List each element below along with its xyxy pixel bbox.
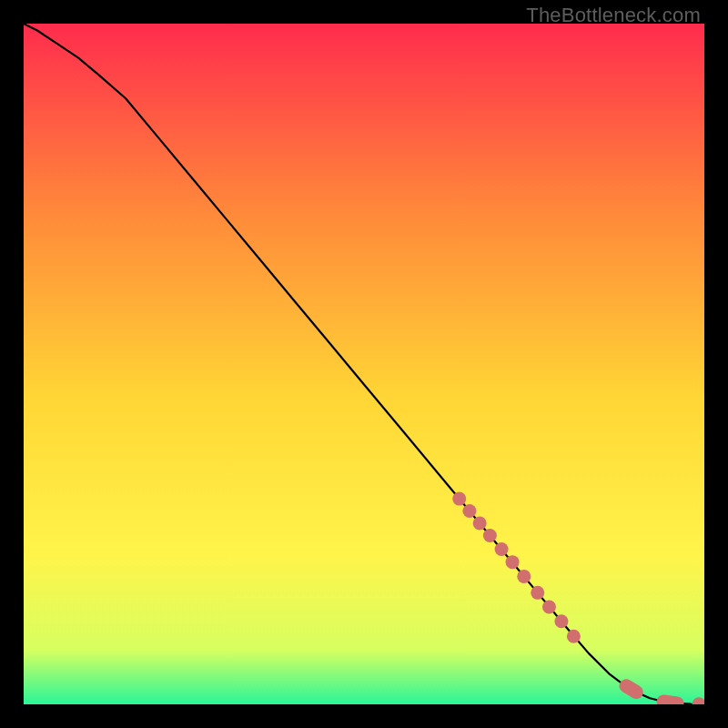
marker-dot: [531, 586, 544, 600]
watermark-label: TheBottleneck.com: [526, 4, 701, 27]
data-markers: [452, 492, 704, 704]
bottleneck-curve: [24, 24, 704, 704]
marker-dot: [483, 529, 497, 542]
marker-dot: [495, 542, 509, 556]
curve-layer: [24, 24, 704, 704]
chart-stage: TheBottleneck.com: [0, 0, 728, 728]
marker-dot: [554, 614, 568, 628]
marker-dot: [452, 492, 466, 506]
marker-dot: [567, 630, 581, 643]
marker-dot: [517, 570, 531, 583]
plot-area: [24, 24, 704, 704]
marker-run: [626, 686, 636, 693]
marker-dot: [462, 504, 476, 518]
marker-run: [663, 702, 677, 703]
marker-dot: [506, 555, 520, 569]
marker-dot: [473, 517, 487, 531]
marker-dot: [542, 601, 556, 614]
marker-dot: [693, 697, 704, 704]
